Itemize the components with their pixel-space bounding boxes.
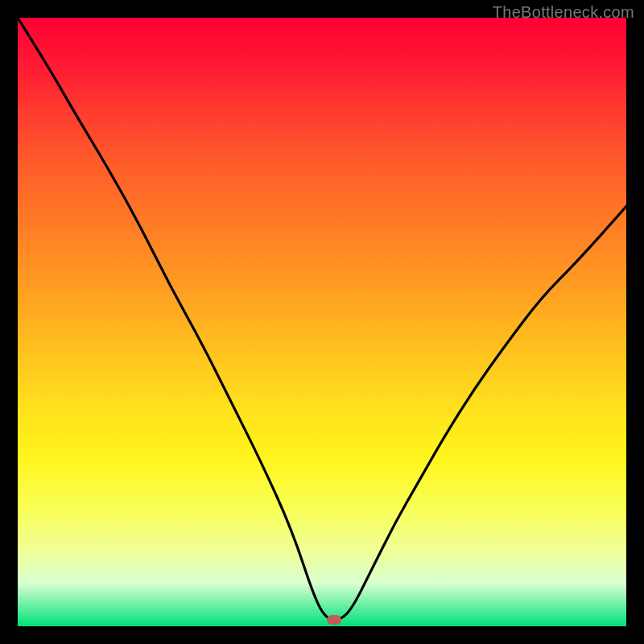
plot-area [18,18,626,626]
curve-path [18,18,626,620]
bottleneck-marker [327,615,341,625]
bottleneck-curve [18,18,626,626]
chart-container: TheBottleneck.com [0,0,644,644]
